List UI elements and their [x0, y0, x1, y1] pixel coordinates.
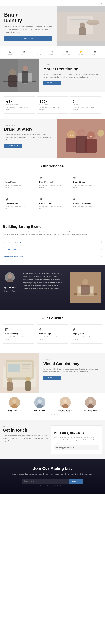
- icon-3: ✓: [36, 50, 40, 54]
- our-services-title: Our Services: [3, 164, 102, 168]
- brand-strategy-section: WHAT WE DO Brand Strategy Lorem ipsum do…: [0, 119, 105, 158]
- mailing-title: Join Our Mailing List: [3, 466, 102, 471]
- stat-card-1: +7k Worldwide projects Sample text. Clic…: [4, 96, 35, 114]
- subscribe-button[interactable]: SUBSCRIBE: [69, 479, 83, 484]
- svg-rect-18: [22, 71, 28, 83]
- svg-point-52: [12, 400, 16, 403]
- mailing-text: Lorem ipsum dolor Cing add and lorem ips…: [3, 473, 102, 476]
- service-title-4: Visual Identity: [5, 202, 32, 204]
- brand-research-icon: ⊕: [39, 176, 66, 180]
- hero-image: [57, 6, 105, 46]
- accordion-item-1[interactable]: Research and strategy +: [3, 239, 102, 246]
- building-brand-section: Building Strong Brand Lorem ipsum dolor …: [0, 219, 105, 265]
- accordion-item-2[interactable]: Wireframes and design +: [3, 246, 102, 253]
- hero-text: Lorem ipsum dolor sit amet, consectetur …: [4, 26, 52, 34]
- brand-strategy-img-placeholder: [57, 119, 105, 158]
- email-label: EMAIL: [54, 443, 99, 444]
- visual-consistency-section: ABOUT US Visual Consistency Lorem ipsum …: [0, 354, 105, 393]
- mailing-small-text: Complete e-Click to select the Text Elem…: [3, 485, 102, 486]
- icon-item-4[interactable]: ⊙ CONTENT: [49, 50, 56, 56]
- mailing-email-input[interactable]: [22, 479, 69, 484]
- team-name-2: MATTIE BALL: [28, 410, 52, 411]
- team-name-1: BERTIE NORTON: [3, 410, 26, 411]
- service-card-4: ◉ Visual Identity Sample text. Click to …: [3, 194, 34, 213]
- service-title-2: Brand Research: [39, 181, 66, 183]
- our-services-section: Our Services ◫ Logo Design Sample text. …: [0, 158, 105, 219]
- stat-label-2: Happy clients: [39, 104, 66, 105]
- testimonial-source: Image from Toptal: [4, 290, 15, 292]
- icons-row: ◎ CONTENT ⊞ CONTENT ✓ CONTENT ⊙ CONTENT …: [0, 46, 105, 58]
- call-text: If you have any questions, comments or i…: [54, 436, 99, 441]
- service-text-4: Sample text. Click to select the Text El…: [5, 206, 32, 210]
- stat-label-3: Countries: [73, 104, 99, 105]
- testimonial-content: Paul Dawson Vice President Image from To…: [4, 272, 101, 303]
- svg-point-20: [67, 130, 76, 139]
- svg-point-17: [23, 66, 28, 71]
- svg-point-21: [77, 128, 85, 136]
- svg-point-8: [80, 22, 85, 28]
- icon-label-6: CONTENT: [78, 54, 84, 56]
- team-role-3: Vice President: [54, 411, 77, 413]
- service-title-6: Rebranding Services: [73, 202, 100, 204]
- service-card-2: ⊕ Brand Research Sample text. Click to s…: [37, 173, 68, 192]
- explore-details-button[interactable]: EXPLORE DETAILS: [43, 81, 61, 85]
- accordion-icon-2: +: [101, 248, 102, 251]
- stat-card-2: 100k Happy clients Sample text. Click to…: [37, 96, 68, 114]
- visual-explore-button[interactable]: EXPLORE DETAILS: [43, 376, 61, 380]
- download-button[interactable]: DOWNLOAD FILE: [4, 36, 52, 41]
- stat-card-3: 9 Countries Sample text. Click to select…: [70, 96, 101, 114]
- market-positioning-section: ABOUT US Market Positioning Lorem ipsum …: [0, 58, 105, 92]
- team-card-1: BERTIE NORTON Secretary: [3, 397, 26, 413]
- svg-rect-24: [66, 138, 77, 152]
- svg-point-58: [63, 400, 67, 403]
- testimonial-name: Paul Dawson: [4, 286, 15, 288]
- accordion-icon-1: +: [101, 241, 102, 244]
- service-text-5: Sample text. Click to select the Text El…: [39, 206, 66, 210]
- svg-rect-26: [85, 138, 97, 152]
- get-in-touch-title: Get in touch: [3, 428, 48, 432]
- team-avatar-1: [9, 397, 20, 408]
- icon-7: ⊟: [93, 50, 97, 54]
- market-img-placeholder: [0, 58, 39, 92]
- testimonial-right-image: [70, 272, 101, 303]
- svg-rect-14: [8, 76, 17, 87]
- visual-img-placeholder: [0, 354, 39, 393]
- about-label: ABOUT US: [43, 64, 101, 66]
- testimonial-text: Veniam quis nostrud, minim quis nostrud,…: [22, 272, 63, 290]
- stat-number-1: +7k: [6, 100, 32, 104]
- visual-right: ABOUT US Visual Consistency Lorem ipsum …: [39, 354, 105, 393]
- stat-label-1: Worldwide projects: [6, 104, 32, 105]
- visual-image: [0, 354, 39, 393]
- menu-icon[interactable]: ≡: [101, 2, 102, 5]
- svg-rect-42: [8, 364, 20, 372]
- icon-6: ⚡: [79, 50, 83, 54]
- building-brand-title: Building Strong Brand: [3, 224, 102, 229]
- hero-title: BrandIdentity: [4, 12, 52, 24]
- benefit-title-2: Time Savings: [39, 333, 66, 335]
- market-right: ABOUT US Market Positioning Lorem ipsum …: [39, 58, 105, 92]
- brand-strategy-btn[interactable]: EXPLORE DETAILS: [4, 144, 22, 148]
- building-brand-text: Lorem ipsum dolor sit amet, consectetur …: [3, 230, 102, 236]
- icon-item-3[interactable]: ✓ CONTENT: [35, 50, 42, 56]
- brand-strategy-text: Lorem ipsum dolor sit amet, consectetur …: [4, 133, 53, 141]
- cost-efficiency-icon: ◫: [5, 328, 32, 331]
- icon-item-2[interactable]: ⊞ CONTENT: [21, 50, 27, 56]
- icon-item-7[interactable]: ⊟ CONTENT: [92, 50, 99, 56]
- icon-item-1[interactable]: ◎ CONTENT: [6, 50, 13, 56]
- svg-rect-48: [7, 382, 13, 390]
- team-card-4: JENNIE CLARKE Secretary: [79, 397, 102, 413]
- svg-point-22: [87, 132, 95, 139]
- service-text-1: Sample text. Click to select the Text El…: [5, 184, 32, 189]
- icon-item-6[interactable]: ⚡ CONTENT: [78, 50, 84, 56]
- icon-item-5[interactable]: ⊡ CONTENT: [63, 50, 70, 56]
- icon-label-3: CONTENT: [35, 54, 42, 56]
- stat-text-1: Sample text. Click to select the Text El…: [6, 106, 32, 111]
- rebranding-icon: ◈: [73, 197, 100, 201]
- content-creation-icon: ⊞: [39, 197, 66, 201]
- benefit-text-2: Sample text. Click to select the Text El…: [39, 336, 66, 340]
- service-title-3: Brand Strategy: [73, 181, 100, 183]
- testimonial-section: Paul Dawson Vice President Image from To…: [0, 265, 105, 310]
- stat-text-2: Sample text. Click to select the Text El…: [39, 106, 66, 111]
- accordion-item-3[interactable]: Maintenance and support +: [3, 253, 102, 260]
- icon-label-4: CONTENT: [49, 54, 56, 56]
